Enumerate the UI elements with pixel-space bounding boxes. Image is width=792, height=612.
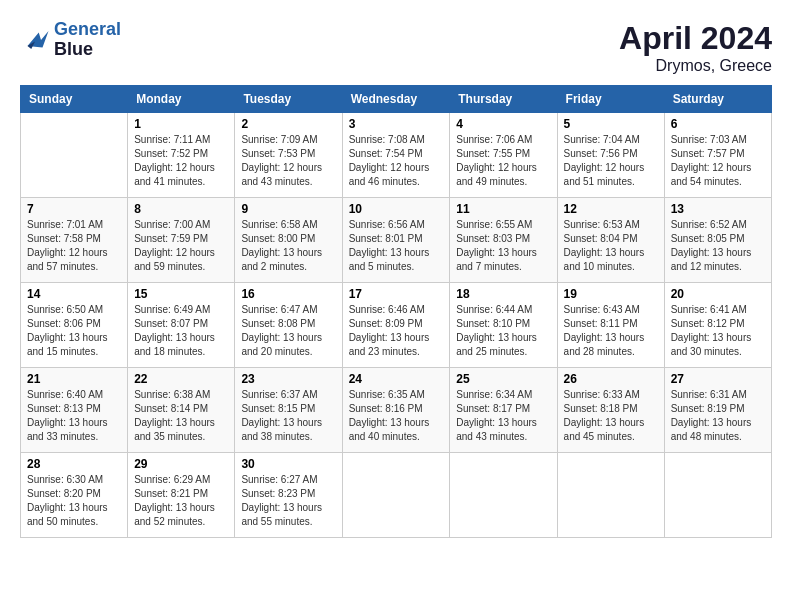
calendar-cell: 5Sunrise: 7:04 AMSunset: 7:56 PMDaylight… [557, 113, 664, 198]
column-header-friday: Friday [557, 86, 664, 113]
day-info: Sunrise: 7:11 AMSunset: 7:52 PMDaylight:… [134, 133, 228, 189]
day-info: Sunrise: 6:40 AMSunset: 8:13 PMDaylight:… [27, 388, 121, 444]
calendar-cell: 20Sunrise: 6:41 AMSunset: 8:12 PMDayligh… [664, 283, 771, 368]
calendar-cell: 18Sunrise: 6:44 AMSunset: 8:10 PMDayligh… [450, 283, 557, 368]
day-info: Sunrise: 6:50 AMSunset: 8:06 PMDaylight:… [27, 303, 121, 359]
day-number: 27 [671, 372, 765, 386]
calendar-cell: 27Sunrise: 6:31 AMSunset: 8:19 PMDayligh… [664, 368, 771, 453]
calendar-cell: 17Sunrise: 6:46 AMSunset: 8:09 PMDayligh… [342, 283, 450, 368]
column-header-sunday: Sunday [21, 86, 128, 113]
day-info: Sunrise: 6:49 AMSunset: 8:07 PMDaylight:… [134, 303, 228, 359]
day-info: Sunrise: 6:44 AMSunset: 8:10 PMDaylight:… [456, 303, 550, 359]
week-row-1: 1Sunrise: 7:11 AMSunset: 7:52 PMDaylight… [21, 113, 772, 198]
day-number: 5 [564, 117, 658, 131]
calendar-cell: 14Sunrise: 6:50 AMSunset: 8:06 PMDayligh… [21, 283, 128, 368]
calendar-cell: 25Sunrise: 6:34 AMSunset: 8:17 PMDayligh… [450, 368, 557, 453]
day-number: 19 [564, 287, 658, 301]
day-number: 9 [241, 202, 335, 216]
day-info: Sunrise: 6:27 AMSunset: 8:23 PMDaylight:… [241, 473, 335, 529]
week-row-5: 28Sunrise: 6:30 AMSunset: 8:20 PMDayligh… [21, 453, 772, 538]
day-number: 1 [134, 117, 228, 131]
day-number: 8 [134, 202, 228, 216]
calendar-cell: 6Sunrise: 7:03 AMSunset: 7:57 PMDaylight… [664, 113, 771, 198]
day-number: 22 [134, 372, 228, 386]
day-info: Sunrise: 6:29 AMSunset: 8:21 PMDaylight:… [134, 473, 228, 529]
day-number: 24 [349, 372, 444, 386]
day-info: Sunrise: 6:34 AMSunset: 8:17 PMDaylight:… [456, 388, 550, 444]
day-info: Sunrise: 6:35 AMSunset: 8:16 PMDaylight:… [349, 388, 444, 444]
calendar-cell: 2Sunrise: 7:09 AMSunset: 7:53 PMDaylight… [235, 113, 342, 198]
day-number: 20 [671, 287, 765, 301]
day-info: Sunrise: 6:30 AMSunset: 8:20 PMDaylight:… [27, 473, 121, 529]
logo-icon [20, 25, 50, 55]
calendar-cell [21, 113, 128, 198]
calendar-cell: 1Sunrise: 7:11 AMSunset: 7:52 PMDaylight… [128, 113, 235, 198]
calendar-cell [557, 453, 664, 538]
calendar-cell [450, 453, 557, 538]
calendar-cell: 28Sunrise: 6:30 AMSunset: 8:20 PMDayligh… [21, 453, 128, 538]
day-number: 3 [349, 117, 444, 131]
day-info: Sunrise: 7:08 AMSunset: 7:54 PMDaylight:… [349, 133, 444, 189]
column-header-tuesday: Tuesday [235, 86, 342, 113]
calendar-cell: 21Sunrise: 6:40 AMSunset: 8:13 PMDayligh… [21, 368, 128, 453]
day-info: Sunrise: 6:37 AMSunset: 8:15 PMDaylight:… [241, 388, 335, 444]
calendar-cell: 8Sunrise: 7:00 AMSunset: 7:59 PMDaylight… [128, 198, 235, 283]
day-number: 10 [349, 202, 444, 216]
day-info: Sunrise: 7:01 AMSunset: 7:58 PMDaylight:… [27, 218, 121, 274]
day-number: 18 [456, 287, 550, 301]
day-number: 6 [671, 117, 765, 131]
day-number: 7 [27, 202, 121, 216]
day-number: 29 [134, 457, 228, 471]
day-number: 28 [27, 457, 121, 471]
day-number: 17 [349, 287, 444, 301]
calendar-cell: 11Sunrise: 6:55 AMSunset: 8:03 PMDayligh… [450, 198, 557, 283]
calendar-cell: 4Sunrise: 7:06 AMSunset: 7:55 PMDaylight… [450, 113, 557, 198]
day-info: Sunrise: 7:00 AMSunset: 7:59 PMDaylight:… [134, 218, 228, 274]
day-info: Sunrise: 6:52 AMSunset: 8:05 PMDaylight:… [671, 218, 765, 274]
day-info: Sunrise: 7:03 AMSunset: 7:57 PMDaylight:… [671, 133, 765, 189]
calendar-header-row: SundayMondayTuesdayWednesdayThursdayFrid… [21, 86, 772, 113]
day-number: 13 [671, 202, 765, 216]
logo: General Blue [20, 20, 121, 60]
calendar-cell: 15Sunrise: 6:49 AMSunset: 8:07 PMDayligh… [128, 283, 235, 368]
day-info: Sunrise: 7:04 AMSunset: 7:56 PMDaylight:… [564, 133, 658, 189]
calendar-cell: 19Sunrise: 6:43 AMSunset: 8:11 PMDayligh… [557, 283, 664, 368]
day-info: Sunrise: 6:55 AMSunset: 8:03 PMDaylight:… [456, 218, 550, 274]
day-info: Sunrise: 7:09 AMSunset: 7:53 PMDaylight:… [241, 133, 335, 189]
calendar-cell: 22Sunrise: 6:38 AMSunset: 8:14 PMDayligh… [128, 368, 235, 453]
calendar-cell: 24Sunrise: 6:35 AMSunset: 8:16 PMDayligh… [342, 368, 450, 453]
location-subtitle: Drymos, Greece [619, 57, 772, 75]
calendar-cell: 30Sunrise: 6:27 AMSunset: 8:23 PMDayligh… [235, 453, 342, 538]
calendar-cell: 26Sunrise: 6:33 AMSunset: 8:18 PMDayligh… [557, 368, 664, 453]
day-info: Sunrise: 6:41 AMSunset: 8:12 PMDaylight:… [671, 303, 765, 359]
day-number: 26 [564, 372, 658, 386]
calendar-cell: 9Sunrise: 6:58 AMSunset: 8:00 PMDaylight… [235, 198, 342, 283]
day-number: 21 [27, 372, 121, 386]
calendar-cell: 23Sunrise: 6:37 AMSunset: 8:15 PMDayligh… [235, 368, 342, 453]
page-header: General Blue April 2024 Drymos, Greece [20, 20, 772, 75]
day-info: Sunrise: 6:47 AMSunset: 8:08 PMDaylight:… [241, 303, 335, 359]
calendar-cell [664, 453, 771, 538]
day-number: 30 [241, 457, 335, 471]
logo-text: General Blue [54, 20, 121, 60]
day-info: Sunrise: 7:06 AMSunset: 7:55 PMDaylight:… [456, 133, 550, 189]
day-number: 16 [241, 287, 335, 301]
day-info: Sunrise: 6:56 AMSunset: 8:01 PMDaylight:… [349, 218, 444, 274]
calendar-cell: 7Sunrise: 7:01 AMSunset: 7:58 PMDaylight… [21, 198, 128, 283]
day-info: Sunrise: 6:31 AMSunset: 8:19 PMDaylight:… [671, 388, 765, 444]
day-info: Sunrise: 6:38 AMSunset: 8:14 PMDaylight:… [134, 388, 228, 444]
day-info: Sunrise: 6:46 AMSunset: 8:09 PMDaylight:… [349, 303, 444, 359]
week-row-2: 7Sunrise: 7:01 AMSunset: 7:58 PMDaylight… [21, 198, 772, 283]
month-year-title: April 2024 [619, 20, 772, 57]
day-number: 11 [456, 202, 550, 216]
day-info: Sunrise: 6:43 AMSunset: 8:11 PMDaylight:… [564, 303, 658, 359]
calendar-cell: 3Sunrise: 7:08 AMSunset: 7:54 PMDaylight… [342, 113, 450, 198]
calendar-cell: 16Sunrise: 6:47 AMSunset: 8:08 PMDayligh… [235, 283, 342, 368]
title-block: April 2024 Drymos, Greece [619, 20, 772, 75]
day-number: 15 [134, 287, 228, 301]
column-header-wednesday: Wednesday [342, 86, 450, 113]
day-info: Sunrise: 6:53 AMSunset: 8:04 PMDaylight:… [564, 218, 658, 274]
day-number: 4 [456, 117, 550, 131]
day-number: 23 [241, 372, 335, 386]
column-header-thursday: Thursday [450, 86, 557, 113]
